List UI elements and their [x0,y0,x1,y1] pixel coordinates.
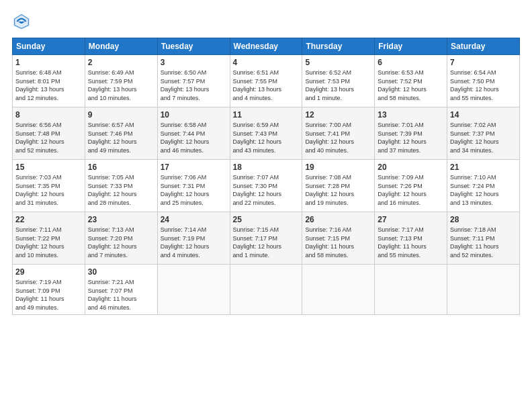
day-info: Sunrise: 6:49 AM Sunset: 7:59 PM Dayligh… [88,68,154,102]
day-info: Sunrise: 7:21 AM Sunset: 7:07 PM Dayligh… [88,278,154,312]
header [12,12,520,31]
calendar-cell: 16Sunrise: 7:05 AM Sunset: 7:33 PM Dayli… [85,160,157,212]
day-info: Sunrise: 6:54 AM Sunset: 7:50 PM Dayligh… [450,68,517,102]
calendar-table: SundayMondayTuesdayWednesdayThursdayFrid… [12,38,520,315]
day-info: Sunrise: 6:58 AM Sunset: 7:44 PM Dayligh… [161,121,227,154]
day-number: 7 [450,58,517,67]
calendar-cell: 3Sunrise: 6:50 AM Sunset: 7:57 PM Daylig… [157,55,230,107]
day-info: Sunrise: 7:19 AM Sunset: 7:09 PM Dayligh… [15,278,82,312]
page: SundayMondayTuesdayWednesdayThursdayFrid… [0,0,532,411]
calendar-cell: 26Sunrise: 7:16 AM Sunset: 7:15 PM Dayli… [302,212,375,265]
calendar-cell: 7Sunrise: 6:54 AM Sunset: 7:50 PM Daylig… [447,55,520,107]
calendar-cell: 1Sunrise: 6:48 AM Sunset: 8:01 PM Daylig… [13,55,85,107]
day-number: 14 [450,110,517,120]
day-header-sunday: Sunday [13,38,85,55]
day-info: Sunrise: 7:06 AM Sunset: 7:31 PM Dayligh… [161,173,227,207]
day-number: 17 [161,163,227,172]
day-number: 29 [15,267,82,277]
calendar-cell [447,265,520,315]
day-number: 15 [15,163,82,172]
calendar-body: 1Sunrise: 6:48 AM Sunset: 8:01 PM Daylig… [13,55,520,315]
calendar-cell: 24Sunrise: 7:14 AM Sunset: 7:19 PM Dayli… [157,212,230,265]
day-number: 28 [450,215,517,224]
calendar-cell: 13Sunrise: 7:01 AM Sunset: 7:39 PM Dayli… [375,107,447,160]
day-info: Sunrise: 7:01 AM Sunset: 7:39 PM Dayligh… [378,121,444,154]
day-number: 8 [15,110,82,120]
day-number: 27 [378,215,444,224]
day-info: Sunrise: 7:11 AM Sunset: 7:22 PM Dayligh… [15,226,82,259]
calendar-cell: 30Sunrise: 7:21 AM Sunset: 7:07 PM Dayli… [85,265,157,315]
day-number: 13 [378,110,444,120]
calendar-cell [230,265,302,315]
day-number: 6 [378,58,444,67]
day-number: 20 [378,163,444,172]
calendar-cell: 15Sunrise: 7:03 AM Sunset: 7:35 PM Dayli… [13,160,85,212]
day-info: Sunrise: 6:59 AM Sunset: 7:43 PM Dayligh… [233,121,300,154]
logo [12,12,34,31]
day-info: Sunrise: 7:07 AM Sunset: 7:30 PM Dayligh… [233,173,300,207]
calendar-cell: 28Sunrise: 7:18 AM Sunset: 7:11 PM Dayli… [447,212,520,265]
calendar-cell: 6Sunrise: 6:53 AM Sunset: 7:52 PM Daylig… [375,55,447,107]
day-info: Sunrise: 6:57 AM Sunset: 7:46 PM Dayligh… [88,121,154,154]
day-number: 9 [88,110,154,120]
calendar-header: SundayMondayTuesdayWednesdayThursdayFrid… [13,38,520,55]
day-number: 25 [233,215,300,224]
calendar-cell: 17Sunrise: 7:06 AM Sunset: 7:31 PM Dayli… [157,160,230,212]
calendar-cell: 14Sunrise: 7:02 AM Sunset: 7:37 PM Dayli… [447,107,520,160]
day-info: Sunrise: 7:16 AM Sunset: 7:15 PM Dayligh… [305,226,371,259]
day-header-friday: Friday [375,38,447,55]
day-info: Sunrise: 7:03 AM Sunset: 7:35 PM Dayligh… [15,173,82,207]
day-number: 11 [233,110,300,120]
calendar-cell: 27Sunrise: 7:17 AM Sunset: 7:13 PM Dayli… [375,212,447,265]
day-number: 16 [88,163,154,172]
calendar-cell: 11Sunrise: 6:59 AM Sunset: 7:43 PM Dayli… [230,107,302,160]
calendar-cell: 22Sunrise: 7:11 AM Sunset: 7:22 PM Dayli… [13,212,85,265]
day-info: Sunrise: 6:52 AM Sunset: 7:53 PM Dayligh… [305,68,371,102]
calendar-cell: 4Sunrise: 6:51 AM Sunset: 7:55 PM Daylig… [230,55,302,107]
day-info: Sunrise: 7:02 AM Sunset: 7:37 PM Dayligh… [450,121,517,154]
calendar-cell: 5Sunrise: 6:52 AM Sunset: 7:53 PM Daylig… [302,55,375,107]
day-number: 19 [305,163,371,172]
calendar-cell: 23Sunrise: 7:13 AM Sunset: 7:20 PM Dayli… [85,212,157,265]
day-header-monday: Monday [85,38,157,55]
calendar-cell: 19Sunrise: 7:08 AM Sunset: 7:28 PM Dayli… [302,160,375,212]
day-header-wednesday: Wednesday [230,38,302,55]
day-number: 24 [161,215,227,224]
day-info: Sunrise: 6:56 AM Sunset: 7:48 PM Dayligh… [15,121,82,154]
day-number: 2 [88,58,154,67]
day-header-saturday: Saturday [447,38,520,55]
day-header-tuesday: Tuesday [157,38,230,55]
calendar-cell: 2Sunrise: 6:49 AM Sunset: 7:59 PM Daylig… [85,55,157,107]
calendar-cell: 12Sunrise: 7:00 AM Sunset: 7:41 PM Dayli… [302,107,375,160]
day-info: Sunrise: 7:17 AM Sunset: 7:13 PM Dayligh… [378,226,444,259]
calendar-cell: 8Sunrise: 6:56 AM Sunset: 7:48 PM Daylig… [13,107,85,160]
day-number: 26 [305,215,371,224]
calendar-cell: 9Sunrise: 6:57 AM Sunset: 7:46 PM Daylig… [85,107,157,160]
calendar-cell: 20Sunrise: 7:09 AM Sunset: 7:26 PM Dayli… [375,160,447,212]
day-number: 23 [88,215,154,224]
day-info: Sunrise: 6:50 AM Sunset: 7:57 PM Dayligh… [161,68,227,102]
calendar-cell [375,265,447,315]
day-number: 10 [161,110,227,120]
day-number: 21 [450,163,517,172]
day-info: Sunrise: 7:00 AM Sunset: 7:41 PM Dayligh… [305,121,371,154]
day-info: Sunrise: 6:51 AM Sunset: 7:55 PM Dayligh… [233,68,300,102]
day-number: 1 [15,58,82,67]
day-number: 3 [161,58,227,67]
day-info: Sunrise: 7:08 AM Sunset: 7:28 PM Dayligh… [305,173,371,207]
calendar-cell: 21Sunrise: 7:10 AM Sunset: 7:24 PM Dayli… [447,160,520,212]
day-info: Sunrise: 7:09 AM Sunset: 7:26 PM Dayligh… [378,173,444,207]
day-number: 5 [305,58,371,67]
day-header-thursday: Thursday [302,38,375,55]
day-info: Sunrise: 6:48 AM Sunset: 8:01 PM Dayligh… [15,68,82,102]
calendar-cell: 10Sunrise: 6:58 AM Sunset: 7:44 PM Dayli… [157,107,230,160]
day-number: 18 [233,163,300,172]
calendar-cell: 29Sunrise: 7:19 AM Sunset: 7:09 PM Dayli… [13,265,85,315]
calendar-cell [157,265,230,315]
header-row: SundayMondayTuesdayWednesdayThursdayFrid… [13,38,520,55]
day-info: Sunrise: 7:15 AM Sunset: 7:17 PM Dayligh… [233,226,300,259]
day-number: 12 [305,110,371,120]
logo-icon [12,12,31,31]
day-number: 4 [233,58,300,67]
day-info: Sunrise: 7:14 AM Sunset: 7:19 PM Dayligh… [161,226,227,259]
